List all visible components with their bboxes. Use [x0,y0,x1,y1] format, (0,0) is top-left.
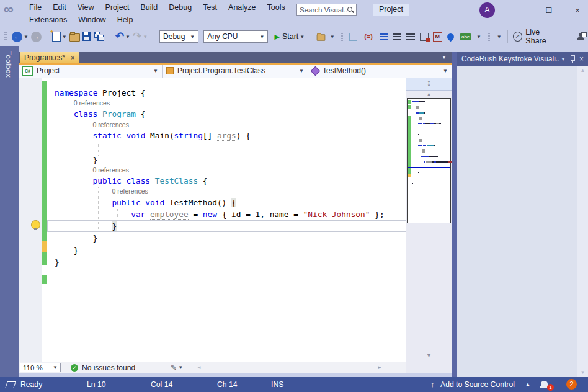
menu-extensions[interactable]: Extensions [24,14,73,26]
code-line[interactable]: } [47,244,406,256]
new-file-button[interactable]: ▼ [52,32,67,42]
toolbar-grip[interactable] [4,32,7,42]
map-pin-button[interactable] [445,30,457,43]
close-button[interactable]: × [567,2,588,19]
import-item-button[interactable] [418,30,430,43]
scroll-up-icon[interactable]: ▲ [577,68,588,73]
scroll-down-icon[interactable]: ▼ [577,370,588,375]
undo-button[interactable]: ↶▼ [115,32,130,42]
type-dropdown[interactable]: Project.Program.TestClass ▼ [163,65,308,78]
indent-lines-button[interactable] [391,30,403,43]
redo-button[interactable]: ↷▼ [133,32,148,42]
close-icon[interactable]: × [71,54,74,61]
macro-button[interactable]: M [431,30,443,43]
code-cleanup-icon[interactable]: ✎ [171,363,177,372]
menu-edit[interactable]: Edit [47,2,72,14]
chevron-down-icon[interactable]: ▼ [300,34,305,40]
document-list-dropdown[interactable]: ▼ [442,55,447,60]
comment-prev-button[interactable]: ▼ [474,30,483,43]
toolbar-grip[interactable] [341,33,343,41]
code-line[interactable]: public class TestClass { [47,175,406,187]
window-position-dropdown[interactable]: ▼ [561,56,566,62]
navigate-forward-button[interactable]: → [31,32,42,42]
menu-project[interactable]: Project [100,2,135,14]
code-line[interactable]: class Program { [47,108,406,120]
pin-icon[interactable] [570,55,575,63]
menu-view[interactable]: View [72,2,100,14]
search-input[interactable]: Search Visual... [296,4,357,16]
save-all-button[interactable] [94,32,105,42]
minimize-button[interactable]: — [509,2,530,19]
code-line[interactable]: static void Main(string[] args) { [47,130,406,141]
code-line[interactable]: } [47,256,406,268]
toolbox-tab[interactable]: Toolbox [5,51,12,78]
minimap-code-mark [418,145,422,146]
live-share-button[interactable]: ↗ Live Share [513,28,562,45]
close-icon[interactable]: × [579,55,584,63]
code-line[interactable]: var employee = new { id = 1, name = "Nic… [47,208,406,220]
document-tab-program-cs[interactable]: Program.cs* × [20,52,79,63]
open-file-button[interactable] [69,32,80,42]
solution-platform-dropdown[interactable]: Any CPU ▼ [203,30,268,43]
menu-test[interactable]: Test [197,2,223,14]
sort-lines-button[interactable] [378,30,390,43]
list-members-button[interactable] [404,30,417,43]
code-lines[interactable]: namespace Project {0 referencesclass Pro… [47,78,406,268]
status-bar: Ready Ln 10 Col 14 Ch 14 INS ↑ Add to So… [0,377,588,392]
menu-help[interactable]: Help [112,14,139,26]
platform-value: Any CPU [207,32,258,41]
find-in-files-button[interactable] [314,30,327,43]
toolbar-grip[interactable] [488,33,490,41]
menu-build[interactable]: Build [135,2,163,14]
send-feedback-button[interactable] [577,32,587,41]
member-dropdown[interactable]: TestMethod() ▼ [308,65,452,78]
cube-button[interactable] [347,30,360,43]
zoom-level-dropdown[interactable]: 110 % ▼ [20,363,61,372]
maximize-button[interactable]: ☐ [538,2,559,19]
hscroll-right-icon[interactable]: ► [377,365,382,370]
lightbulb-quick-actions-icon[interactable] [31,220,40,229]
panel-scrollbar[interactable]: ▲ ▼ [577,66,588,377]
account-avatar[interactable]: A [479,2,495,18]
add-to-source-control-button[interactable]: Add to Source Control [440,377,515,392]
coderush-panel-header[interactable]: CodeRush Keystroke Visuali... ▼ × [457,52,588,66]
minimap[interactable] [407,98,451,223]
editor-splitter-handle[interactable]: ⫱ [406,78,452,91]
scroll-down-icon[interactable]: ▼ [406,352,452,359]
chevron-down-icon[interactable]: ▼ [24,34,29,40]
code-line[interactable]: public void TestMethod() { [47,197,406,208]
project-dropdown[interactable]: C# Project ▼ [19,65,163,78]
code-line[interactable]: } [47,232,406,244]
scroll-up-icon[interactable]: ▲ [406,91,452,97]
navigate-dropdown[interactable]: ▼ [328,30,336,43]
code-line[interactable]: } [47,220,406,232]
codelens-references[interactable]: 0 references [47,187,406,196]
chevron-down-icon[interactable]: ▼ [125,34,130,40]
start-debugging-button[interactable]: ▶ Start ▼ [274,32,305,41]
menu-analyze[interactable]: Analyze [223,2,261,14]
menu-debug[interactable]: Debug [163,2,197,14]
feedback-smiley-button[interactable]: 2 [566,379,577,390]
solution-configuration-dropdown[interactable]: Debug ▼ [159,30,198,43]
code-line[interactable]: } [47,154,406,166]
solution-name-button[interactable]: Project [373,4,409,16]
code-line[interactable]: namespace Project { [47,87,406,99]
spell-check-button[interactable]: abc [458,30,473,43]
chevron-down-icon[interactable]: ▼ [62,34,67,40]
codelens-references[interactable]: 0 references [47,120,406,130]
chevron-up-icon[interactable]: ▲ [525,377,530,392]
hscroll-left-icon[interactable]: ◄ [197,365,202,370]
glyph-margin[interactable] [19,78,42,362]
menu-file[interactable]: File [24,2,47,14]
code-line[interactable] [47,141,406,153]
menu-window[interactable]: Window [73,14,111,26]
format-document-button[interactable]: (=) [360,30,376,43]
save-button[interactable] [82,32,91,41]
codelens-references[interactable]: 0 references [47,166,406,175]
menu-tools[interactable]: Tools [262,2,291,14]
codelens-references[interactable]: 0 references [47,99,406,108]
chevron-down-icon[interactable]: ▼ [178,365,183,370]
panel-splitter[interactable] [452,52,457,377]
comment-next-button[interactable]: ▼ [494,30,503,43]
navigate-back-button[interactable]: ←▼ [12,32,29,42]
